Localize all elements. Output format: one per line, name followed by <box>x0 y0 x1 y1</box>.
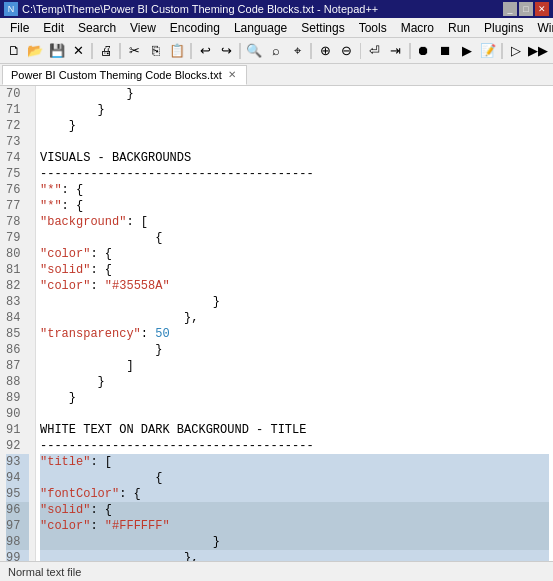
save-button[interactable]: 💾 <box>47 41 67 61</box>
separator-3 <box>190 43 192 59</box>
menu-tools[interactable]: Tools <box>353 19 393 37</box>
menu-edit[interactable]: Edit <box>37 19 70 37</box>
macro-play-button[interactable]: ▶ <box>456 41 476 61</box>
menu-search[interactable]: Search <box>72 19 122 37</box>
separator-5 <box>310 43 312 59</box>
status-bar: Normal text file <box>0 561 553 581</box>
indent-button[interactable]: ⇥ <box>386 41 406 61</box>
find-prev-button[interactable]: ⌖ <box>287 41 307 61</box>
cut-button[interactable]: ✂ <box>124 41 144 61</box>
macro-record-button[interactable]: ⏺ <box>414 41 434 61</box>
toolbar: 🗋 📂 💾 ✕ 🖨 ✂ ⎘ 📋 ↩ ↪ 🔍 ⌕ ⌖ ⊕ ⊖ ⏎ ⇥ ⏺ ⏹ ▶ … <box>0 38 553 64</box>
run-button[interactable]: ▷ <box>506 41 526 61</box>
close-button[interactable]: ✕ <box>535 2 549 16</box>
copy-button[interactable]: ⎘ <box>145 41 165 61</box>
app-icon: N <box>4 2 18 16</box>
find-next-button[interactable]: ⌕ <box>266 41 286 61</box>
tab-label: Power BI Custom Theming Code Blocks.txt <box>11 69 222 81</box>
find-button[interactable]: 🔍 <box>244 41 264 61</box>
tab-file[interactable]: Power BI Custom Theming Code Blocks.txt … <box>2 65 247 85</box>
code-area[interactable]: } } } VISUALS - BACKGROUNDS-------------… <box>36 86 553 561</box>
run2-button[interactable]: ▶▶ <box>527 41 549 61</box>
file-type-status: Normal text file <box>8 566 81 578</box>
title-bar: N C:\Temp\Theme\Power BI Custom Theming … <box>0 0 553 18</box>
paste-button[interactable]: 📋 <box>167 41 187 61</box>
menu-run[interactable]: Run <box>442 19 476 37</box>
zoom-in-button[interactable]: ⊕ <box>315 41 335 61</box>
separator-8 <box>501 43 503 59</box>
separator-6 <box>360 43 362 59</box>
undo-button[interactable]: ↩ <box>195 41 215 61</box>
wrap-button[interactable]: ⏎ <box>364 41 384 61</box>
menu-bar: File Edit Search View Encoding Language … <box>0 18 553 38</box>
menu-settings[interactable]: Settings <box>295 19 350 37</box>
editor: 7071727374757677787980818283848586878889… <box>0 86 553 561</box>
macro-stop-button[interactable]: ⏹ <box>435 41 455 61</box>
separator-4 <box>239 43 241 59</box>
menu-plugins[interactable]: Plugins <box>478 19 529 37</box>
line-numbers: 7071727374757677787980818283848586878889… <box>0 86 36 561</box>
menu-view[interactable]: View <box>124 19 162 37</box>
tab-bar: Power BI Custom Theming Code Blocks.txt … <box>0 64 553 86</box>
separator-7 <box>409 43 411 59</box>
macro-save-button[interactable]: 📝 <box>478 41 498 61</box>
window-title: C:\Temp\Theme\Power BI Custom Theming Co… <box>22 3 503 15</box>
maximize-button[interactable]: □ <box>519 2 533 16</box>
menu-encoding[interactable]: Encoding <box>164 19 226 37</box>
tab-close-button[interactable]: ✕ <box>226 69 238 81</box>
print-button[interactable]: 🖨 <box>96 41 116 61</box>
menu-file[interactable]: File <box>4 19 35 37</box>
separator-1 <box>91 43 93 59</box>
open-button[interactable]: 📂 <box>25 41 45 61</box>
new-button[interactable]: 🗋 <box>4 41 24 61</box>
window-controls: _ □ ✕ <box>503 2 549 16</box>
separator-2 <box>119 43 121 59</box>
menu-window[interactable]: Window <box>531 19 553 37</box>
minimize-button[interactable]: _ <box>503 2 517 16</box>
menu-language[interactable]: Language <box>228 19 293 37</box>
zoom-out-button[interactable]: ⊖ <box>336 41 356 61</box>
redo-button[interactable]: ↪ <box>216 41 236 61</box>
close-file-button[interactable]: ✕ <box>68 41 88 61</box>
menu-macro[interactable]: Macro <box>395 19 440 37</box>
